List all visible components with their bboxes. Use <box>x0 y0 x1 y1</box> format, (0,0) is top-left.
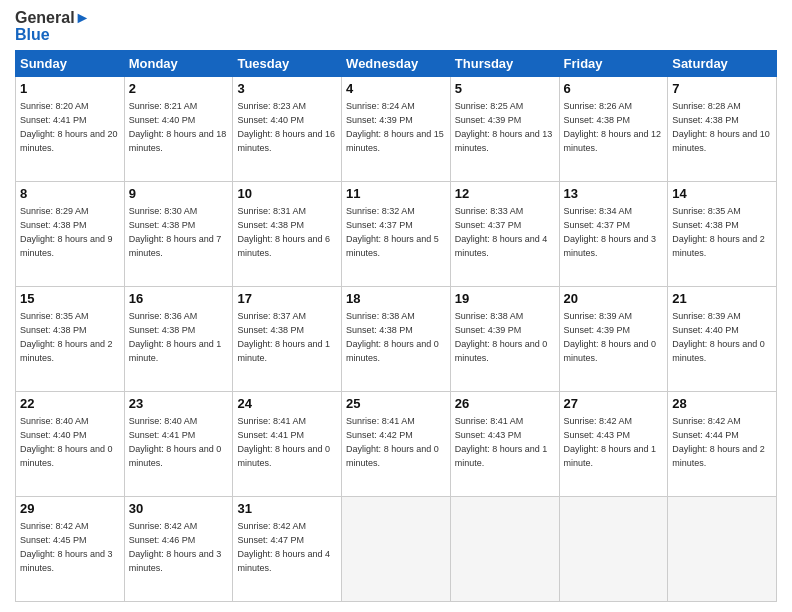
calendar-day-cell <box>559 496 668 601</box>
day-info: Sunrise: 8:25 AMSunset: 4:39 PMDaylight:… <box>455 101 553 153</box>
calendar-day-cell <box>450 496 559 601</box>
calendar-day-cell: 13 Sunrise: 8:34 AMSunset: 4:37 PMDaylig… <box>559 181 668 286</box>
calendar-day-cell: 16 Sunrise: 8:36 AMSunset: 4:38 PMDaylig… <box>124 286 233 391</box>
calendar-day-cell: 9 Sunrise: 8:30 AMSunset: 4:38 PMDayligh… <box>124 181 233 286</box>
calendar-day-cell: 18 Sunrise: 8:38 AMSunset: 4:38 PMDaylig… <box>342 286 451 391</box>
calendar-day-cell: 7 Sunrise: 8:28 AMSunset: 4:38 PMDayligh… <box>668 76 777 181</box>
day-number: 12 <box>455 185 555 203</box>
calendar-day-cell: 24 Sunrise: 8:41 AMSunset: 4:41 PMDaylig… <box>233 391 342 496</box>
calendar-header-tuesday: Tuesday <box>233 50 342 76</box>
day-number: 1 <box>20 80 120 98</box>
day-number: 14 <box>672 185 772 203</box>
day-info: Sunrise: 8:23 AMSunset: 4:40 PMDaylight:… <box>237 101 335 153</box>
day-number: 13 <box>564 185 664 203</box>
calendar-day-cell: 11 Sunrise: 8:32 AMSunset: 4:37 PMDaylig… <box>342 181 451 286</box>
day-info: Sunrise: 8:28 AMSunset: 4:38 PMDaylight:… <box>672 101 770 153</box>
logo: General► Blue <box>15 10 90 44</box>
calendar-day-cell: 29 Sunrise: 8:42 AMSunset: 4:45 PMDaylig… <box>16 496 125 601</box>
day-info: Sunrise: 8:41 AMSunset: 4:42 PMDaylight:… <box>346 416 439 468</box>
calendar-day-cell: 4 Sunrise: 8:24 AMSunset: 4:39 PMDayligh… <box>342 76 451 181</box>
calendar-day-cell: 26 Sunrise: 8:41 AMSunset: 4:43 PMDaylig… <box>450 391 559 496</box>
calendar-header-friday: Friday <box>559 50 668 76</box>
day-number: 2 <box>129 80 229 98</box>
calendar-day-cell: 22 Sunrise: 8:40 AMSunset: 4:40 PMDaylig… <box>16 391 125 496</box>
calendar-day-cell: 23 Sunrise: 8:40 AMSunset: 4:41 PMDaylig… <box>124 391 233 496</box>
day-info: Sunrise: 8:26 AMSunset: 4:38 PMDaylight:… <box>564 101 662 153</box>
day-number: 18 <box>346 290 446 308</box>
calendar-day-cell: 15 Sunrise: 8:35 AMSunset: 4:38 PMDaylig… <box>16 286 125 391</box>
day-info: Sunrise: 8:39 AMSunset: 4:39 PMDaylight:… <box>564 311 657 363</box>
day-number: 3 <box>237 80 337 98</box>
day-number: 10 <box>237 185 337 203</box>
day-info: Sunrise: 8:29 AMSunset: 4:38 PMDaylight:… <box>20 206 113 258</box>
calendar-week-row: 8 Sunrise: 8:29 AMSunset: 4:38 PMDayligh… <box>16 181 777 286</box>
day-info: Sunrise: 8:42 AMSunset: 4:43 PMDaylight:… <box>564 416 657 468</box>
day-number: 22 <box>20 395 120 413</box>
day-info: Sunrise: 8:38 AMSunset: 4:38 PMDaylight:… <box>346 311 439 363</box>
day-number: 6 <box>564 80 664 98</box>
calendar-day-cell: 10 Sunrise: 8:31 AMSunset: 4:38 PMDaylig… <box>233 181 342 286</box>
calendar-header-row: SundayMondayTuesdayWednesdayThursdayFrid… <box>16 50 777 76</box>
day-number: 9 <box>129 185 229 203</box>
day-info: Sunrise: 8:41 AMSunset: 4:43 PMDaylight:… <box>455 416 548 468</box>
calendar-day-cell: 12 Sunrise: 8:33 AMSunset: 4:37 PMDaylig… <box>450 181 559 286</box>
calendar-header-thursday: Thursday <box>450 50 559 76</box>
day-info: Sunrise: 8:42 AMSunset: 4:44 PMDaylight:… <box>672 416 765 468</box>
calendar-day-cell: 30 Sunrise: 8:42 AMSunset: 4:46 PMDaylig… <box>124 496 233 601</box>
calendar-week-row: 1 Sunrise: 8:20 AMSunset: 4:41 PMDayligh… <box>16 76 777 181</box>
calendar-day-cell <box>668 496 777 601</box>
calendar-week-row: 22 Sunrise: 8:40 AMSunset: 4:40 PMDaylig… <box>16 391 777 496</box>
day-number: 24 <box>237 395 337 413</box>
day-number: 15 <box>20 290 120 308</box>
day-info: Sunrise: 8:36 AMSunset: 4:38 PMDaylight:… <box>129 311 222 363</box>
day-info: Sunrise: 8:42 AMSunset: 4:46 PMDaylight:… <box>129 521 222 573</box>
day-info: Sunrise: 8:39 AMSunset: 4:40 PMDaylight:… <box>672 311 765 363</box>
calendar-day-cell: 8 Sunrise: 8:29 AMSunset: 4:38 PMDayligh… <box>16 181 125 286</box>
calendar-day-cell: 31 Sunrise: 8:42 AMSunset: 4:47 PMDaylig… <box>233 496 342 601</box>
calendar-table: SundayMondayTuesdayWednesdayThursdayFrid… <box>15 50 777 602</box>
day-info: Sunrise: 8:24 AMSunset: 4:39 PMDaylight:… <box>346 101 444 153</box>
day-info: Sunrise: 8:40 AMSunset: 4:41 PMDaylight:… <box>129 416 222 468</box>
day-number: 26 <box>455 395 555 413</box>
day-info: Sunrise: 8:35 AMSunset: 4:38 PMDaylight:… <box>20 311 113 363</box>
calendar-day-cell: 21 Sunrise: 8:39 AMSunset: 4:40 PMDaylig… <box>668 286 777 391</box>
day-number: 31 <box>237 500 337 518</box>
day-number: 8 <box>20 185 120 203</box>
calendar-day-cell: 19 Sunrise: 8:38 AMSunset: 4:39 PMDaylig… <box>450 286 559 391</box>
day-info: Sunrise: 8:20 AMSunset: 4:41 PMDaylight:… <box>20 101 118 153</box>
day-info: Sunrise: 8:41 AMSunset: 4:41 PMDaylight:… <box>237 416 330 468</box>
day-number: 4 <box>346 80 446 98</box>
calendar-day-cell: 6 Sunrise: 8:26 AMSunset: 4:38 PMDayligh… <box>559 76 668 181</box>
calendar-day-cell: 25 Sunrise: 8:41 AMSunset: 4:42 PMDaylig… <box>342 391 451 496</box>
day-number: 16 <box>129 290 229 308</box>
day-number: 20 <box>564 290 664 308</box>
day-number: 19 <box>455 290 555 308</box>
day-number: 17 <box>237 290 337 308</box>
calendar-week-row: 29 Sunrise: 8:42 AMSunset: 4:45 PMDaylig… <box>16 496 777 601</box>
calendar-header-monday: Monday <box>124 50 233 76</box>
calendar-day-cell: 14 Sunrise: 8:35 AMSunset: 4:38 PMDaylig… <box>668 181 777 286</box>
day-number: 5 <box>455 80 555 98</box>
calendar-day-cell: 1 Sunrise: 8:20 AMSunset: 4:41 PMDayligh… <box>16 76 125 181</box>
calendar-day-cell: 28 Sunrise: 8:42 AMSunset: 4:44 PMDaylig… <box>668 391 777 496</box>
calendar-header-wednesday: Wednesday <box>342 50 451 76</box>
calendar-day-cell: 27 Sunrise: 8:42 AMSunset: 4:43 PMDaylig… <box>559 391 668 496</box>
day-number: 28 <box>672 395 772 413</box>
calendar-day-cell <box>342 496 451 601</box>
calendar-week-row: 15 Sunrise: 8:35 AMSunset: 4:38 PMDaylig… <box>16 286 777 391</box>
page: General► Blue SundayMondayTuesdayWednesd… <box>0 0 792 612</box>
day-number: 25 <box>346 395 446 413</box>
day-info: Sunrise: 8:37 AMSunset: 4:38 PMDaylight:… <box>237 311 330 363</box>
day-info: Sunrise: 8:33 AMSunset: 4:37 PMDaylight:… <box>455 206 548 258</box>
day-info: Sunrise: 8:42 AMSunset: 4:47 PMDaylight:… <box>237 521 330 573</box>
day-number: 11 <box>346 185 446 203</box>
day-number: 7 <box>672 80 772 98</box>
day-number: 29 <box>20 500 120 518</box>
header: General► Blue <box>15 10 777 44</box>
day-info: Sunrise: 8:21 AMSunset: 4:40 PMDaylight:… <box>129 101 227 153</box>
calendar-day-cell: 2 Sunrise: 8:21 AMSunset: 4:40 PMDayligh… <box>124 76 233 181</box>
day-number: 21 <box>672 290 772 308</box>
day-info: Sunrise: 8:42 AMSunset: 4:45 PMDaylight:… <box>20 521 113 573</box>
calendar-header-sunday: Sunday <box>16 50 125 76</box>
calendar-day-cell: 5 Sunrise: 8:25 AMSunset: 4:39 PMDayligh… <box>450 76 559 181</box>
